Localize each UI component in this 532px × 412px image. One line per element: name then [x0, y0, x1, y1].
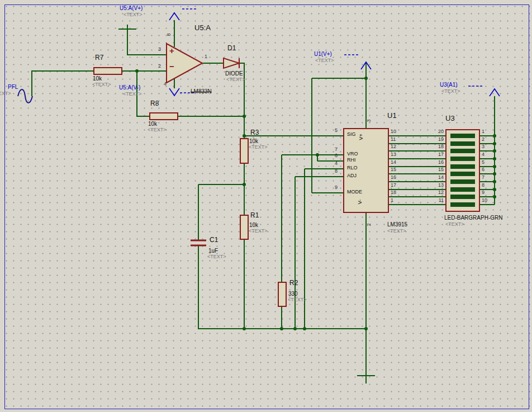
placeholder-c1: <TEXT>: [207, 254, 226, 260]
power-terminal-u3-a1-icon[interactable]: [468, 86, 500, 96]
pinnum-u1-5: 5: [335, 128, 338, 134]
power-terminal-u5a-vplus-icon[interactable]: [169, 9, 197, 20]
ref-u5a: U5:A: [194, 24, 211, 32]
pinnum-u5a-vminus: 4: [164, 82, 167, 87]
net-placeholder-u1-vplus: <TEXT>: [315, 58, 334, 64]
ref-c1: C1: [210, 236, 218, 244]
pinnum-u3-5: 5: [482, 160, 484, 165]
pinname-u1-vro: VRO: [347, 151, 358, 157]
value-r7: 10k: [93, 75, 102, 82]
pinnum-u3-7: 7: [482, 175, 484, 181]
pinnum-u3-4: 4: [482, 152, 484, 158]
placeholder-r8: <TEXT>: [148, 127, 167, 133]
placeholder-u3: <TEXT>: [445, 222, 464, 228]
placeholder-r1: <TEXT>: [249, 229, 268, 234]
value-c1: 1uF: [208, 248, 218, 254]
opamp-minus-sign: −: [169, 62, 174, 72]
ground-symbol-main[interactable]: [357, 376, 375, 383]
pinnum-u1-8: 8: [335, 169, 338, 174]
value-u1: LM3915: [387, 221, 407, 228]
pinnum-u5a-inv: 2: [158, 64, 161, 69]
value-r1: 10k: [249, 222, 258, 228]
power-terminal-u1-vplus-icon[interactable]: [344, 55, 371, 69]
pinnum-u5a-out: 1: [205, 54, 207, 60]
pinnum-u5a-noninv: 3: [158, 47, 161, 53]
schematic-canvas[interactable]: U5:A(V+) <TEXT> U5:A(V-) <TEXT> U1(V+) <…: [0, 0, 532, 412]
pinnum-u1-out-15: 15: [391, 167, 396, 173]
pinnum-u3-12: 12: [428, 190, 444, 196]
ref-u1: U1: [387, 112, 397, 120]
value-r2: 330: [288, 291, 298, 297]
ref-u3: U3: [445, 115, 455, 122]
value-r8: 10k: [148, 121, 157, 127]
net-label-u5a-vminus: U5:A(V-): [119, 84, 140, 91]
pinname-u1-rlo: RLO: [347, 165, 358, 171]
pinnum-u3-8: 8: [482, 183, 484, 188]
ground-symbol-input[interactable]: [118, 25, 136, 35]
diode-d1-body[interactable]: [224, 58, 239, 68]
capacitor-c1-body[interactable]: [191, 240, 206, 245]
ref-r7: R7: [95, 54, 103, 61]
pinnum-u3-17: 17: [428, 152, 444, 158]
resistor-r2-body[interactable]: [278, 282, 286, 306]
pinnum-u1-out-18: 18: [391, 190, 396, 196]
pinname-u1-mode: MODE: [347, 190, 362, 195]
ref-d1: D1: [227, 45, 236, 52]
net-label-u1-vplus: U1(V+): [314, 51, 332, 57]
pfl-generator-icon[interactable]: [18, 89, 32, 103]
value-u3: LED-BARGRAPH-GRN: [444, 215, 502, 221]
pinnum-u3-10: 10: [482, 198, 487, 203]
pinnum-u3-18: 18: [428, 144, 444, 150]
pinnum-u1-6: 6: [335, 153, 338, 159]
pinname-u1-sig: SIG: [347, 132, 356, 138]
ref-r3: R3: [250, 129, 259, 136]
resistor-r8-body[interactable]: [150, 113, 178, 120]
pinnum-u3-13: 13: [428, 183, 444, 188]
pinnum-u3-3: 3: [482, 144, 484, 150]
pinnum-u3-14: 14: [428, 175, 444, 181]
ref-r2: R2: [289, 280, 298, 287]
pinnum-u1-3: 3: [367, 119, 372, 122]
pinnum-u1-out-16: 16: [391, 175, 396, 181]
value-u5a: LM833N: [191, 88, 212, 94]
pinnum-u1-out-17: 17: [391, 183, 396, 188]
net-label-u3-a1: U3(A1): [440, 82, 458, 88]
resistor-r3-body[interactable]: [240, 139, 248, 163]
pinnum-u1-9: 9: [335, 185, 338, 191]
pinnum-u3-1: 1: [482, 129, 484, 135]
pinnum-u3-15: 15: [428, 167, 444, 173]
ref-r8: R8: [150, 100, 159, 107]
pinnum-u3-6: 6: [482, 167, 484, 173]
pinnum-u3-2: 2: [482, 137, 484, 143]
pinnum-u1-4: 4: [335, 161, 338, 167]
resistor-r7-body[interactable]: [94, 68, 122, 74]
net-placeholder-u5a-vplus: <TEXT>: [124, 12, 142, 18]
pinnum-u3-9: 9: [482, 190, 484, 196]
placeholder-d1: <TEXT>: [226, 77, 245, 83]
pinnum-u3-16: 16: [428, 160, 444, 165]
pinnum-u1-out-12: 12: [391, 144, 396, 150]
placeholder-u1: <TEXT>: [387, 229, 406, 234]
pinnum-u1-out-11: 11: [391, 137, 396, 143]
schematic-layer[interactable]: [0, 0, 532, 412]
resistor-r1-body[interactable]: [240, 215, 248, 239]
opamp-plus-sign: +: [169, 46, 174, 56]
pinnum-u1-2: 2: [367, 223, 372, 226]
pinnum-u1-7: 7: [335, 147, 338, 153]
pinname-u1-vminus: V-: [358, 200, 363, 205]
placeholder-r2: <TEXT>: [288, 297, 307, 303]
net-placeholder-u5a-vminus: <TEXT>: [123, 92, 142, 97]
pinnum-u1-out-13: 13: [391, 152, 396, 158]
placeholder-r7: <TEXT>: [92, 82, 111, 88]
ref-r1: R1: [250, 212, 259, 219]
pinnum-u3-11: 11: [428, 198, 444, 203]
bargraph-u3-body[interactable]: [446, 130, 479, 211]
value-r3: 10k: [249, 138, 258, 144]
net-label-u5a-vplus: U5:A(V+): [120, 5, 142, 11]
net-placeholder-u3-a1: <TEXT>: [441, 89, 460, 94]
pinnum-u3-19: 19: [428, 137, 444, 143]
net-label-pfl: PFL: [8, 84, 18, 90]
value-d1: DIODE: [225, 70, 243, 77]
pinnum-u1-out-14: 14: [391, 160, 396, 165]
pinname-u1-rhi: RHI: [347, 158, 356, 163]
